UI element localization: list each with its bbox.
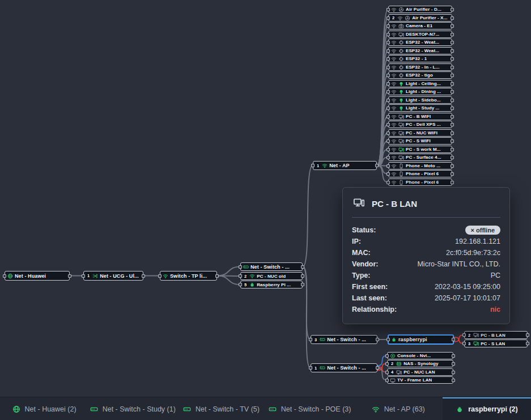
node-net-ap[interactable]: 1Net - AP xyxy=(313,161,377,170)
pc-icon xyxy=(473,341,479,346)
node-leaf-19[interactable]: Phone - Moto ... xyxy=(388,162,452,169)
port-left xyxy=(385,371,389,374)
node-leaf-15[interactable]: PC - NUC WIFI xyxy=(388,129,452,137)
node-label: Raspberry PI ... xyxy=(257,282,291,287)
port-right xyxy=(301,274,304,278)
port-left xyxy=(385,362,389,366)
port-left xyxy=(386,123,390,126)
wifi-icon xyxy=(391,56,397,62)
chip-icon xyxy=(398,40,404,45)
node-leaf-1[interactable]: 2Air Purifier - X... xyxy=(388,14,452,22)
footer-tab-raspberrypi-2[interactable]: raspberrypi (2) xyxy=(443,397,531,420)
node-label: Net - Switch - ... xyxy=(327,365,366,371)
pc-icon xyxy=(473,332,479,338)
camera-icon xyxy=(398,23,404,29)
node-pc-nuc-old[interactable]: 2PC - NUC old xyxy=(240,272,303,280)
node-leaf-12[interactable]: Light - Study ... xyxy=(388,104,452,112)
footer-tab-net-ap-63[interactable]: Net - AP (63) xyxy=(354,397,443,420)
node-leaf-0[interactable]: Air Purifier - D... xyxy=(388,6,452,13)
node-label: PC - NUC WIFI xyxy=(406,130,437,135)
interface-badge: 1 xyxy=(86,273,91,278)
node-label: NAS - Synology xyxy=(403,361,438,366)
node-leaf-2[interactable]: Camera - E1 xyxy=(388,22,452,29)
node-leaf-9[interactable]: Light - Ceiling... xyxy=(388,80,452,87)
node-sw-bot2[interactable]: 1Net - Switch - ... xyxy=(311,363,377,372)
node-label: ESP32 - Weat... xyxy=(406,40,439,45)
node-label: Camera - E1 xyxy=(406,23,432,28)
node-ucg[interactable]: 1Net - UCG - Ul... xyxy=(83,271,143,281)
node-leaf-13[interactable]: PC - B WIFI xyxy=(388,113,452,120)
node-rasp-pi-old[interactable]: 5Raspberry PI ... xyxy=(240,281,303,289)
node-leaf-20[interactable]: Phone - Pixel 6 xyxy=(388,170,452,177)
node-label: Light - Sidebo... xyxy=(406,97,441,103)
node-leaf-18[interactable]: PC - Surface 4... xyxy=(388,154,452,161)
port-right xyxy=(301,265,304,269)
chip-icon xyxy=(398,48,404,54)
detail-row-relationship: Relationship:nic xyxy=(352,304,500,315)
node-label: Console - Nvi... xyxy=(397,353,431,358)
detail-row-firstseen: First seen:2022-03-15 09:25:00 xyxy=(352,281,500,292)
chip-icon xyxy=(398,56,404,62)
node-leaf-7[interactable]: ESP32 - In - L... xyxy=(388,63,452,71)
footer-tab-bar: Net - Huawei (2)Net - Switch - Study (1)… xyxy=(0,397,531,420)
detail-label: Vendor: xyxy=(352,260,379,268)
node-raspberrypi[interactable]: raspberrypi xyxy=(388,334,454,345)
node-pc-nuc-lan[interactable]: 4PC - NUC LAN xyxy=(387,368,453,376)
port-right xyxy=(451,131,454,135)
node-label: Net - UCG - Ul... xyxy=(100,273,139,279)
node-label: Light - Ceiling... xyxy=(406,81,441,86)
node-sw-top[interactable]: Net - Switch - ... xyxy=(240,262,303,271)
footer-tab-net-switch-study-1[interactable]: Net - Switch - Study (1) xyxy=(88,397,177,420)
node-label: DESKTOP-N7... xyxy=(406,32,439,37)
footer-tab-net-switch-poe-3[interactable]: Net - Switch - POE (3) xyxy=(266,397,354,420)
node-leaf-6[interactable]: ESP32 - 1 xyxy=(388,55,452,62)
wifi-icon xyxy=(391,73,397,78)
node-label: Net - Switch - ... xyxy=(250,264,290,270)
port-right xyxy=(376,338,379,341)
node-leaf-14[interactable]: PC - Dell XPS ... xyxy=(388,121,452,128)
port-left xyxy=(386,181,390,184)
raspberry-icon xyxy=(391,337,397,342)
node-leaf-17[interactable]: PC - S work M... xyxy=(388,146,452,153)
node-leaf-4[interactable]: ESP32 - Weat... xyxy=(388,39,452,46)
wifi-icon xyxy=(391,105,397,111)
node-leaf-21[interactable]: Phone - Pixel 6 xyxy=(388,179,452,186)
node-sw-bot1[interactable]: 3Net - Switch - ... xyxy=(311,335,377,344)
network-topology-app: Net - Huawei1Net - UCG - Ul...Switch - T… xyxy=(0,0,531,420)
wifi-icon xyxy=(391,114,397,120)
popup-divider xyxy=(352,217,500,218)
port-right xyxy=(451,172,454,176)
footer-tab-net-huawei-2[interactable]: Net - Huawei (2) xyxy=(0,397,88,420)
node-leaf-11[interactable]: Light - Sidebo... xyxy=(388,96,452,104)
port-right xyxy=(301,283,304,286)
raspberry-icon xyxy=(249,282,255,287)
wifi-icon xyxy=(391,40,397,45)
node-leaf-16[interactable]: PC - S WIFI xyxy=(388,137,452,145)
node-leaf-10[interactable]: Light - Dining ... xyxy=(388,88,452,95)
node-leaf-5[interactable]: ESP32 - Weat... xyxy=(388,47,452,54)
footer-tab-label: Net - AP (63) xyxy=(384,405,425,413)
node-pc-b-lan[interactable]: 2PC - B LAN xyxy=(464,331,528,339)
node-pc-s-lan[interactable]: 3PC - S LAN xyxy=(464,340,528,347)
node-leaf-3[interactable]: DESKTOP-N7... xyxy=(388,31,452,38)
node-nas[interactable]: 2NAS - Synology xyxy=(387,360,453,367)
node-console[interactable]: Console - Nvi... xyxy=(387,352,453,359)
detail-row-status: Status:×offline xyxy=(352,224,500,236)
wifi-icon xyxy=(372,405,380,413)
footer-tab-net-switch-tv-5[interactable]: Net - Switch - TV (5) xyxy=(177,397,265,420)
port-right xyxy=(451,115,454,118)
node-tp[interactable]: Switch - TP li... xyxy=(160,271,217,281)
node-leaf-8[interactable]: ESP32 - tigo xyxy=(388,71,452,79)
pc-icon xyxy=(396,370,402,375)
node-huawei[interactable]: Net - Huawei xyxy=(5,271,70,281)
node-label: Phone - Pixel 6 xyxy=(406,180,439,185)
port-right xyxy=(451,181,454,184)
node-tv-frame[interactable]: TV - Frame LAN xyxy=(387,376,453,384)
chip-icon xyxy=(398,65,404,70)
detail-value: Micro-Star INTL CO., LTD. xyxy=(417,260,500,268)
wifi-icon xyxy=(322,163,328,168)
pc-icon xyxy=(398,138,404,144)
interface-badge: 1 xyxy=(313,366,318,371)
port-left xyxy=(386,16,390,20)
port-right xyxy=(451,123,454,126)
